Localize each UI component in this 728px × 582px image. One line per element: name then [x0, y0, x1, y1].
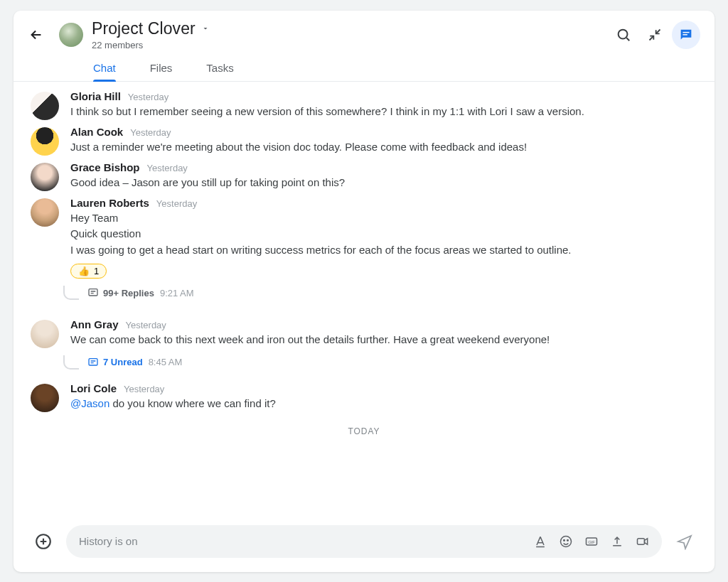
video-icon	[636, 534, 650, 549]
upload-button[interactable]	[605, 529, 629, 554]
arrow-left-icon	[28, 27, 44, 43]
message-text: @Jason do you know where we can find it?	[70, 396, 697, 412]
thread-time: 9:21 AM	[160, 288, 194, 298]
reaction-count: 1	[94, 266, 99, 276]
thread-link[interactable]: 99+ Replies 9:21 AM	[63, 286, 697, 300]
message: Grace Bishop Yesterday Good idea – Jason…	[31, 157, 697, 193]
message-text: I think so but I remember seeing a new v…	[70, 104, 697, 120]
svg-text:GIF: GIF	[588, 539, 595, 544]
tab-files[interactable]: Files	[149, 56, 174, 81]
format-text-icon	[533, 534, 547, 549]
timestamp: Yesterday	[147, 163, 188, 173]
title-block: Project Clover 22 members	[92, 19, 601, 50]
add-attachment-button[interactable]	[31, 529, 56, 554]
avatar[interactable]	[31, 127, 59, 156]
svg-rect-3	[89, 289, 97, 296]
avatar[interactable]	[31, 163, 59, 191]
timestamp: Yesterday	[156, 198, 197, 209]
send-icon	[676, 533, 693, 550]
message-list[interactable]: Gloria Hill Yesterday I think so but I r…	[14, 82, 714, 518]
header-actions	[609, 21, 700, 49]
svg-rect-4	[89, 358, 97, 365]
collapse-icon	[648, 28, 662, 42]
unread-replies-icon	[87, 357, 99, 368]
avatar[interactable]	[31, 384, 59, 412]
composer-tools: GIF	[528, 529, 655, 554]
timestamp: Yesterday	[130, 127, 171, 138]
avatar[interactable]	[31, 92, 59, 120]
chat-icon	[678, 27, 694, 43]
chat-app: Project Clover 22 members Chat Files Tas…	[14, 11, 714, 572]
message-text: Hey Team Quick question I was going to g…	[70, 210, 697, 259]
open-chat-button[interactable]	[672, 21, 700, 49]
message: Ann Gray Yesterday We can come back to t…	[31, 314, 697, 371]
plus-circle-icon	[34, 532, 53, 551]
collapse-button[interactable]	[641, 21, 669, 49]
emoji-icon	[559, 534, 573, 549]
reaction-emoji: 👍	[78, 266, 90, 276]
mention[interactable]: @Jason	[70, 397, 109, 409]
svg-point-7	[564, 539, 565, 541]
timestamp: Yesterday	[126, 320, 166, 330]
format-button[interactable]	[528, 529, 552, 554]
gif-button[interactable]: GIF	[579, 529, 604, 554]
video-button[interactable]	[631, 529, 655, 554]
thread-connector-icon	[63, 355, 79, 370]
svg-point-0	[619, 29, 628, 38]
message: Gloria Hill Yesterday I think so but I r…	[31, 86, 697, 122]
member-count: 22 members	[92, 40, 601, 50]
room-title[interactable]: Project Clover	[92, 19, 196, 38]
upload-icon	[610, 534, 624, 549]
message-text: We can come back to this next week and i…	[70, 332, 697, 348]
svg-rect-11	[638, 538, 645, 544]
svg-rect-1	[682, 31, 689, 32]
author: Lori Cole	[70, 382, 117, 394]
message-input[interactable]: History is on GIF	[66, 525, 662, 558]
tabs: Chat Files Tasks	[14, 50, 714, 82]
message-text: Just a reminder we're meeting about the …	[70, 139, 697, 156]
thread-time: 8:45 AM	[149, 357, 183, 367]
input-placeholder: History is on	[79, 535, 524, 547]
message: Lauren Roberts Yesterday Hey Team Quick …	[31, 193, 697, 302]
author: Alan Cook	[70, 126, 123, 138]
svg-point-8	[567, 539, 569, 541]
gif-icon: GIF	[584, 534, 599, 549]
emoji-button[interactable]	[554, 529, 578, 554]
avatar[interactable]	[31, 198, 59, 227]
thread-link[interactable]: 7 Unread 8:45 AM	[63, 355, 697, 370]
message: Alan Cook Yesterday Just a reminder we'r…	[31, 122, 697, 157]
tab-tasks[interactable]: Tasks	[205, 56, 235, 81]
message-text: Good idea – Jason are you still up for t…	[70, 175, 697, 191]
back-button[interactable]	[22, 21, 50, 49]
svg-rect-2	[682, 34, 687, 35]
room-menu-caret[interactable]	[201, 24, 210, 33]
thread-connector-icon	[63, 286, 79, 300]
author: Gloria Hill	[70, 90, 121, 102]
thread-label: 7 Unread	[103, 357, 143, 367]
message: Lori Cole Yesterday @Jason do you know w…	[31, 378, 697, 414]
reaction-chip[interactable]: 👍 1	[70, 264, 107, 279]
tab-chat[interactable]: Chat	[92, 56, 117, 81]
room-avatar[interactable]	[59, 23, 83, 47]
search-button[interactable]	[609, 21, 638, 49]
chevron-down-icon	[201, 24, 210, 33]
author: Lauren Roberts	[70, 197, 149, 209]
author: Ann Gray	[70, 318, 119, 330]
search-icon	[616, 27, 631, 43]
timestamp: Yesterday	[124, 384, 164, 394]
thread-label: 99+ Replies	[103, 288, 154, 298]
avatar[interactable]	[31, 320, 59, 348]
date-divider: TODAY	[31, 414, 697, 458]
send-button[interactable]	[672, 529, 697, 554]
timestamp: Yesterday	[128, 92, 168, 102]
composer: History is on GIF	[14, 518, 714, 572]
author: Grace Bishop	[70, 161, 140, 173]
header: Project Clover 22 members	[14, 11, 714, 50]
svg-point-6	[561, 536, 572, 546]
replies-icon	[87, 287, 99, 298]
